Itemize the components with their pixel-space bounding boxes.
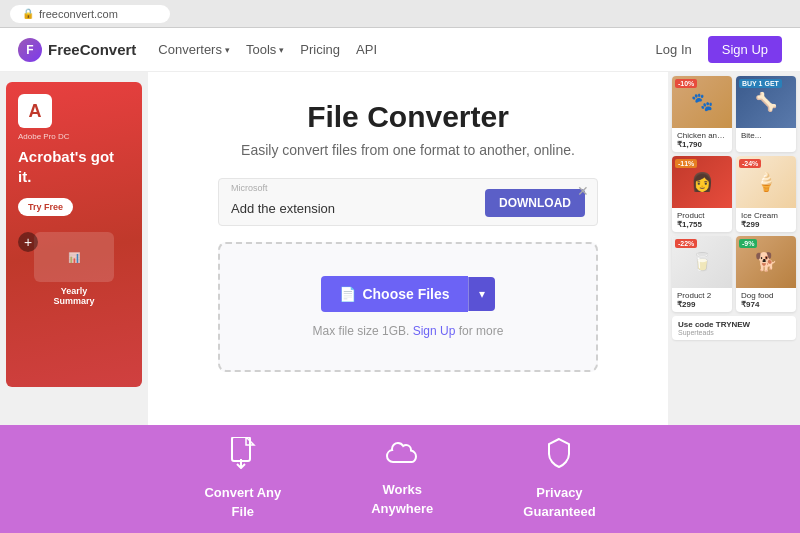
right-ad-card-6[interactable]: 🐕 -9% Dog food ₹974: [736, 236, 796, 312]
ad-headline: Acrobat's got it.: [18, 147, 130, 186]
right-ad-card-1[interactable]: 🐾 -10% Chicken and... ₹1,790: [672, 76, 732, 152]
shield-icon: [546, 437, 572, 476]
bottom-features-bar: Convert AnyFile WorksAnywhere PrivacyGua…: [0, 425, 800, 533]
file-convert-icon: [229, 437, 257, 476]
close-banner-icon[interactable]: ✕: [577, 183, 589, 199]
login-button[interactable]: Log In: [648, 37, 700, 62]
nav-converters[interactable]: Converters ▾: [158, 42, 230, 57]
logo-text: FreeConvert: [48, 41, 136, 58]
download-button[interactable]: DOWNLOAD: [485, 189, 585, 217]
page-title: File Converter: [307, 100, 509, 134]
drop-hint: Max file size 1GB. Sign Up for more: [313, 324, 504, 338]
file-upload-icon: 📄: [339, 286, 356, 302]
ad-label: Yearly Summary: [18, 286, 130, 306]
right-ad-card-3[interactable]: 👩 -11% Product ₹1,755: [672, 156, 732, 232]
ad-cta-button[interactable]: Try Free: [18, 198, 73, 216]
choose-files-button[interactable]: 📄 Choose Files: [321, 276, 467, 312]
ad6-price: ₹974: [741, 300, 791, 309]
ad-brand: Adobe Pro DC: [18, 132, 130, 141]
choose-files-label: Choose Files: [362, 286, 449, 302]
ad4-name: Ice Cream: [741, 211, 791, 220]
logo[interactable]: F FreeConvert: [18, 38, 136, 62]
ad3-name: Product: [677, 211, 727, 220]
ad6-name: Dog food: [741, 291, 791, 300]
lock-icon: 🔒: [22, 8, 34, 19]
ad2-name: Bite...: [741, 131, 791, 140]
feature-convert: Convert AnyFile: [204, 437, 281, 520]
ad1-price: ₹1,790: [677, 140, 727, 149]
signup-link[interactable]: Sign Up: [413, 324, 456, 338]
left-ad-card[interactable]: A Adobe Pro DC Acrobat's got it. Try Fre…: [6, 82, 142, 387]
right-ad-card-4[interactable]: 🍦 -24% Ice Cream ₹299: [736, 156, 796, 232]
drop-zone[interactable]: 📄 Choose Files ▾ Max file size 1GB. Sign…: [218, 242, 598, 372]
right-ad-card-2[interactable]: 🦴 BUY 1 GET Bite...: [736, 76, 796, 152]
page-subtitle: Easily convert files from one format to …: [241, 142, 575, 158]
nav-tools[interactable]: Tools ▾: [246, 42, 284, 57]
chevron-down-icon: ▾: [279, 45, 284, 55]
ad3-price: ₹1,755: [677, 220, 727, 229]
banner-text: Add the extension: [231, 201, 335, 216]
signup-button[interactable]: Sign Up: [708, 36, 782, 63]
nav-pricing[interactable]: Pricing: [300, 42, 340, 57]
choose-files-dropdown[interactable]: ▾: [468, 277, 495, 311]
promo-code: Use code TRYNEW: [678, 320, 790, 329]
promo-source: Superteads: [678, 329, 790, 336]
address-bar-text: freeconvert.com: [39, 8, 118, 20]
feature-privacy-label: PrivacyGuaranteed: [523, 484, 595, 520]
feature-privacy: PrivacyGuaranteed: [523, 437, 595, 520]
right-ad-promo: Use code TRYNEW Superteads: [672, 316, 796, 340]
ad5-price: ₹299: [677, 300, 727, 309]
right-ad-card-5[interactable]: 🥛 -22% Product 2 ₹299: [672, 236, 732, 312]
ad4-price: ₹299: [741, 220, 791, 229]
chevron-down-icon: ▾: [225, 45, 230, 55]
nav-api[interactable]: API: [356, 42, 377, 57]
navbar: F FreeConvert Converters ▾ Tools ▾ Prici…: [0, 28, 800, 72]
choose-files-wrapper: 📄 Choose Files ▾: [321, 276, 494, 312]
ad-plus-button[interactable]: +: [18, 232, 38, 252]
svg-rect-0: [232, 437, 250, 461]
feature-cloud-label: WorksAnywhere: [371, 481, 433, 517]
ad1-name: Chicken and...: [677, 131, 727, 140]
feature-cloud: WorksAnywhere: [371, 440, 433, 517]
cloud-icon: [385, 440, 419, 473]
banner-provider: Microsoft: [231, 183, 268, 193]
extension-banner: Microsoft Add the extension DOWNLOAD ✕: [218, 178, 598, 226]
feature-convert-label: Convert AnyFile: [204, 484, 281, 520]
ad5-name: Product 2: [677, 291, 727, 300]
